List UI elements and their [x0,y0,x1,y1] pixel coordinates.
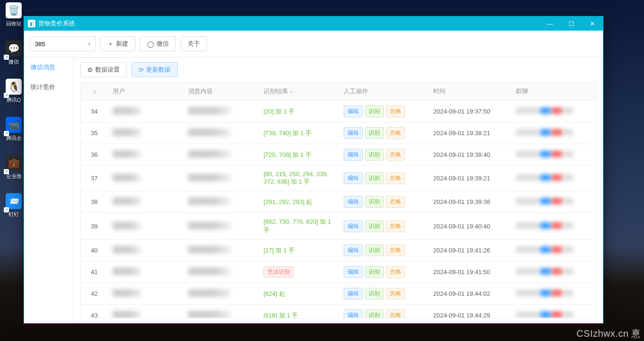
minimize-button[interactable]: — [539,16,561,31]
edit-button[interactable]: 编辑 [344,288,363,300]
col-ops[interactable]: 人工操作 [339,82,429,101]
select-value: 385 [35,41,45,48]
cell-index: 39 [81,213,108,240]
ignore-button[interactable]: 忽略 [386,196,405,208]
cell-time: 2024-09-01 19:41:50 [429,261,511,283]
ignore-button[interactable]: 忽略 [386,266,405,278]
refresh-data-button[interactable]: ⟳ 更新数据 [132,62,178,77]
cell-time: 2024-09-01 19:39:21 [429,166,511,191]
new-button[interactable]: ＋ 新建 [100,36,135,51]
desktop-icon-dingtalk[interactable]: 📨↗钉钉 [2,193,25,218]
shortcut-arrow-icon: ↗ [4,131,9,136]
wechat-button[interactable]: ◯ 微信 [140,36,176,51]
toolbar: 385 ▼ ＋ 新建 ◯ 微信 关于 [24,31,603,57]
edit-button[interactable]: 编辑 [344,172,363,184]
redacted-group [516,268,573,275]
edit-button[interactable]: 编辑 [344,266,363,278]
redacted-msg [188,150,231,158]
cell-ops: 编辑识别忽略 [339,191,429,213]
ignore-button[interactable]: 忽略 [386,288,405,300]
cell-time: 2024-09-01 19:41:26 [429,240,511,261]
redacted-user [113,197,141,205]
recognize-button[interactable]: 识别 [365,266,384,278]
recognize-button[interactable]: 识别 [365,288,384,300]
titlebar[interactable]: ◧ 货物竞价系统 — ☐ ✕ [24,16,603,31]
wechat-icon: 💬 [6,41,22,57]
cell-group [511,261,596,283]
redacted-group [516,174,573,181]
redacted-user [113,268,141,275]
desktop-icons: 🗑️回收站💬↗微信🐧↗腾讯Q📹↗腾讯会💼↗企业微📨↗钉钉 [2,2,25,231]
window-title: 货物竞价系统 [38,19,539,28]
edit-button[interactable]: 编辑 [344,220,363,232]
recognize-button[interactable]: 识别 [365,309,384,318]
ignore-button[interactable]: 忽略 [386,309,405,318]
cell-result: [20] 加 1 手 [259,101,339,122]
shortcut-arrow-icon: ↗ [4,207,9,212]
result-text: [616] 加 1 手 [264,312,298,319]
shortcut-arrow-icon: ↗ [4,93,9,98]
table-row: 36[725, 708] 加 1 手编辑识别忽略2024-09-01 19:38… [81,144,596,166]
ignore-button[interactable]: 忽略 [386,149,405,161]
data-table-wrap[interactable]: ⇅ 用户 消息内容 识别结果 ▾ 人工操作 时间 群聊 34[20] 加 1 手… [80,82,596,318]
recognize-button[interactable]: 识别 [365,220,384,232]
ignore-button[interactable]: 忽略 [386,220,405,232]
recognize-button[interactable]: 识别 [365,172,384,184]
sidebar-item-wechat-messages[interactable]: 微信消息 [24,57,73,77]
cell-group [511,283,596,305]
col-msg[interactable]: 消息内容 [183,82,259,101]
cell-time: 2024-09-01 19:37:50 [429,101,511,122]
cell-msg [183,122,259,144]
edit-button[interactable]: 编辑 [344,196,363,208]
number-select[interactable]: 385 ▼ [30,36,96,51]
cell-index: 35 [81,122,108,144]
col-user[interactable]: 用户 [108,82,183,101]
recognize-button[interactable]: 识别 [365,149,384,161]
col-index[interactable]: ⇅ [81,82,108,101]
redacted-user [113,107,141,114]
cell-result: [662, 730, 770, 820] 加 1 手 [259,213,339,240]
redacted-group [516,198,573,204]
edit-button[interactable]: 编辑 [344,309,363,318]
recognize-button[interactable]: 识别 [365,127,384,139]
recognize-button[interactable]: 识别 [365,244,384,256]
cell-ops: 编辑识别忽略 [339,240,429,261]
cell-msg [183,261,259,283]
redacted-user [113,311,141,318]
about-button[interactable]: 关于 [181,36,207,51]
recognize-button[interactable]: 识别 [365,196,384,208]
sidebar-item-stats-bid[interactable]: 统计竞价 [24,77,73,97]
sidebar-item-label: 微信消息 [31,64,55,71]
ignore-button[interactable]: 忽略 [386,244,405,256]
wechat-label: 微信 [157,40,169,48]
edit-button[interactable]: 编辑 [344,244,363,256]
settings-label: 数据设置 [95,65,120,74]
col-result[interactable]: 识别结果 ▾ [259,82,339,101]
redacted-msg [188,174,231,181]
col-group[interactable]: 群聊 [511,82,596,101]
desktop-icon-qq[interactable]: 🐧↗腾讯Q [2,79,25,104]
recognize-button[interactable]: 识别 [365,106,384,117]
cell-ops: 编辑识别忽略 [339,213,429,240]
desktop-icon-tencent-meeting[interactable]: 📹↗腾讯会 [2,117,25,142]
close-button[interactable]: ✕ [582,16,603,31]
data-settings-button[interactable]: ⚙ 数据设置 [80,62,127,77]
desktop-icon-wecom[interactable]: 💼↗企业微 [2,155,25,180]
cell-ops: 编辑识别忽略 [339,283,429,305]
desktop-icon-recycle-bin[interactable]: 🗑️回收站 [2,2,25,27]
cell-result: 无法识别 [259,261,339,283]
redacted-user [113,222,141,229]
ignore-button[interactable]: 忽略 [386,172,405,184]
redacted-msg [188,246,231,253]
edit-button[interactable]: 编辑 [344,127,363,139]
new-label: 新建 [116,40,128,48]
col-result-label: 识别结果 [264,88,288,95]
edit-button[interactable]: 编辑 [344,106,363,117]
ignore-button[interactable]: 忽略 [386,127,405,139]
col-time[interactable]: 时间 [429,82,511,101]
cell-index: 36 [81,144,108,166]
edit-button[interactable]: 编辑 [344,149,363,161]
desktop-icon-wechat[interactable]: 💬↗微信 [2,41,25,65]
ignore-button[interactable]: 忽略 [386,106,405,117]
maximize-button[interactable]: ☐ [561,16,582,31]
